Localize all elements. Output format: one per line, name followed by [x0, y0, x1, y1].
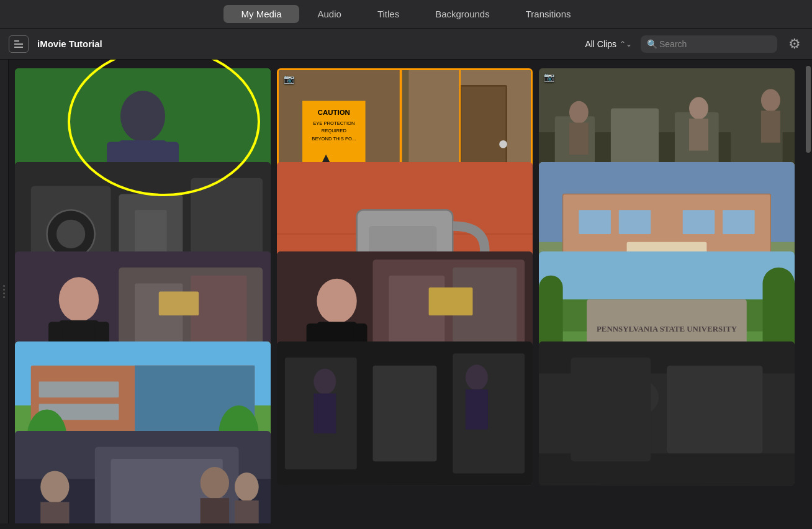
all-clips-label: All Clips: [585, 39, 616, 49]
svg-point-107: [40, 471, 69, 504]
svg-point-109: [201, 467, 229, 499]
svg-point-17: [499, 140, 507, 148]
svg-rect-92: [373, 365, 437, 461]
clip-camera-icon: 📷: [544, 72, 554, 82]
svg-point-28: [689, 97, 708, 119]
svg-rect-112: [235, 500, 259, 523]
tab-transitions[interactable]: Transitions: [508, 5, 589, 23]
scroll-thumb[interactable]: [806, 66, 811, 153]
svg-rect-108: [40, 502, 69, 523]
resize-handle-dots: [3, 285, 5, 298]
search-input[interactable]: [641, 35, 777, 53]
svg-rect-110: [201, 499, 229, 523]
svg-text:BEYOND THIS PO...: BEYOND THIS PO...: [312, 136, 356, 142]
tab-titles[interactable]: Titles: [360, 5, 417, 23]
svg-point-37: [56, 219, 85, 248]
tab-my-media[interactable]: My Media: [223, 5, 299, 23]
svg-point-94: [314, 369, 336, 394]
settings-button[interactable]: ⚙: [786, 36, 803, 52]
filter-chevron-icon: ⌃⌄: [620, 40, 632, 48]
svg-rect-59: [159, 292, 199, 316]
svg-rect-52: [723, 210, 755, 234]
svg-text:CAUTION: CAUTION: [318, 109, 350, 116]
svg-text:PENNSYLVANIA STATE UNIVERSITY: PENNSYLVANIA STATE UNIVERSITY: [597, 325, 738, 333]
all-clips-filter-button[interactable]: All Clips ⌃⌄: [585, 39, 632, 49]
svg-rect-38: [135, 210, 167, 258]
sidebar-toggle-button[interactable]: [9, 35, 29, 53]
clip-item[interactable]: [15, 431, 271, 523]
tab-backgrounds[interactable]: Backgrounds: [418, 5, 507, 23]
svg-rect-29: [689, 119, 708, 151]
library-title: iMovie Tutorial: [37, 38, 576, 49]
svg-point-30: [761, 89, 780, 111]
search-wrapper: 🔍: [641, 35, 777, 53]
media-grid: CAUTION EYE PROTECTION REQUIRED BEYOND T…: [9, 60, 803, 523]
svg-rect-75: [539, 251, 795, 299]
svg-point-69: [317, 279, 356, 323]
svg-rect-49: [579, 210, 611, 234]
svg-text:REQUIRED: REQUIRED: [322, 128, 347, 133]
tab-bar: My Media Audio Titles Backgrounds Transi…: [0, 0, 812, 29]
clip-item[interactable]: [277, 341, 533, 486]
content-area: CAUTION EYE PROTECTION REQUIRED BEYOND T…: [0, 60, 812, 523]
clip-item[interactable]: [539, 341, 795, 486]
svg-point-60: [59, 277, 99, 322]
svg-rect-85: [39, 381, 119, 397]
svg-point-1: [120, 91, 165, 142]
svg-text:EYE PROTECTION: EYE PROTECTION: [313, 120, 354, 126]
svg-rect-50: [619, 210, 651, 234]
header-bar: iMovie Tutorial All Clips ⌃⌄ 🔍 ⚙: [0, 29, 812, 60]
svg-rect-102: [571, 358, 651, 461]
tab-audio[interactable]: Audio: [300, 5, 359, 23]
clip-camera-icon: 📷: [284, 74, 294, 84]
sidebar-resize-handle[interactable]: [0, 60, 9, 523]
svg-rect-27: [569, 123, 589, 155]
svg-rect-31: [761, 111, 780, 143]
svg-point-26: [569, 101, 589, 124]
svg-rect-51: [683, 210, 715, 234]
svg-rect-101: [667, 365, 763, 453]
svg-point-111: [235, 472, 259, 501]
svg-rect-95: [314, 393, 336, 433]
svg-rect-93: [453, 353, 525, 473]
svg-rect-68: [429, 287, 473, 315]
svg-rect-97: [466, 389, 488, 429]
sidebar-toggle-icon: [14, 40, 23, 48]
scroll-track[interactable]: [803, 60, 812, 523]
svg-point-96: [466, 364, 488, 390]
